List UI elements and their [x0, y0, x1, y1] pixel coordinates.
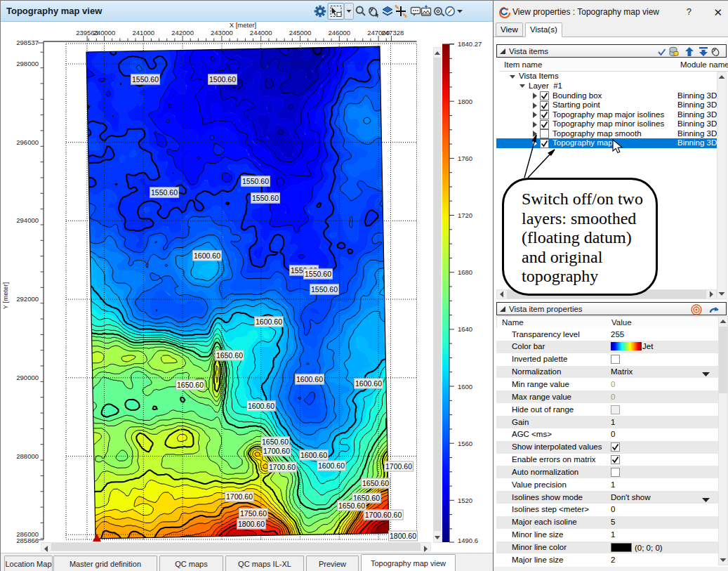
svg-text:243000: 243000	[211, 29, 233, 37]
svg-text:296000: 296000	[16, 138, 39, 146]
svg-text:1760: 1760	[458, 155, 472, 162]
svg-text:239563: 239563	[76, 29, 98, 37]
svg-text:292000: 292000	[16, 295, 39, 303]
svg-text:298000: 298000	[16, 60, 39, 67]
svg-text:1680: 1680	[458, 268, 472, 276]
svg-text:1560: 1560	[458, 440, 472, 447]
svg-text:288000: 288000	[16, 452, 39, 460]
svg-text:242000: 242000	[171, 29, 194, 37]
svg-text:247328: 247328	[382, 29, 404, 37]
svg-text:X [meter]: X [meter]	[230, 21, 257, 29]
svg-text:290000: 290000	[16, 374, 39, 381]
svg-text:246000: 246000	[328, 29, 350, 37]
svg-text:285866: 285866	[16, 537, 39, 544]
svg-text:1840.27: 1840.27	[458, 40, 482, 48]
svg-text:Y [meter]: Y [meter]	[1, 282, 9, 309]
svg-text:245000: 245000	[289, 29, 312, 37]
svg-text:241000: 241000	[132, 29, 154, 37]
svg-text:298537: 298537	[16, 39, 39, 46]
svg-text:1600: 1600	[458, 383, 472, 390]
svg-text:294000: 294000	[16, 216, 39, 224]
svg-text:1720: 1720	[458, 211, 472, 219]
svg-text:244000: 244000	[250, 29, 272, 37]
svg-text:1520: 1520	[458, 497, 472, 504]
svg-text:1800: 1800	[458, 98, 472, 105]
svg-text:1490.6: 1490.6	[458, 537, 478, 544]
svg-text:1640: 1640	[458, 325, 472, 333]
